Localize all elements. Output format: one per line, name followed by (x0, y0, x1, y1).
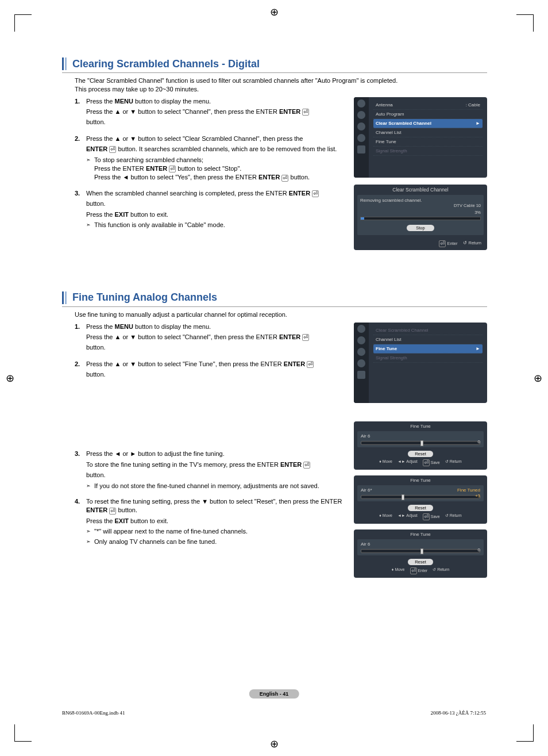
section-title: Clearing Scrambled Channels - Digital (72, 58, 260, 70)
section-heading: Fine Tuning Analog Channels (62, 291, 487, 307)
hint: ⏎ Save (423, 513, 440, 520)
crop-mark (516, 14, 534, 32)
menu-item-selected: Fine Tune► (373, 344, 483, 354)
registration-mark-icon: ⊕ (270, 6, 279, 18)
step-text: Press the ▲ or ▼ button to select "Fine … (86, 360, 345, 381)
slider (361, 549, 480, 553)
panel-title: Fine Tune (354, 529, 487, 539)
fine-tune-panel: Fine Tune Air 6*Fine Tuned +3 Reset ♦ Mo… (354, 475, 487, 524)
chevron-right-icon: ► (476, 346, 480, 351)
menu-icon (357, 122, 365, 131)
step-text: To reset the fine tuning setting, press … (86, 497, 345, 547)
step-text: Press the ◄ or ► button to adjust the fi… (86, 450, 345, 492)
crop-mark (516, 724, 534, 742)
hint: ⏎ Enter (410, 567, 428, 574)
menu-item: Channel List (373, 335, 483, 344)
note-text: This function is only available in "Cabl… (86, 221, 345, 229)
dialog-message: Removing scrambled channel. (360, 198, 481, 203)
enter-icon: ⏎ (302, 334, 309, 341)
menu-icon (357, 134, 365, 142)
section-title: Fine Tuning Analog Channels (72, 291, 217, 304)
enter-icon: ⏎ (109, 146, 116, 153)
intro-text: The "Clear Scrambled Channel" function i… (75, 76, 487, 94)
menu-item: Antenna: Cable (373, 101, 483, 110)
panel-title: Fine Tune (354, 475, 487, 485)
registration-mark-icon: ⊕ (270, 738, 279, 750)
enter-icon: ⏎ (169, 166, 176, 172)
channel-label: Air 6 (361, 542, 370, 547)
hint-enter: ⏎ Enter (439, 240, 457, 247)
enter-icon: ⏎ (302, 109, 309, 116)
menu-icon (357, 325, 365, 333)
channel-label: DTV Cable 10 (454, 203, 481, 208)
enter-icon: ⏎ (281, 175, 288, 182)
page-number-badge: English - 41 (249, 689, 299, 699)
dialog-title: Clear Scrambled Channel (354, 185, 487, 195)
value-label: 0 (478, 439, 480, 444)
hint-return: ↺ Return (463, 240, 481, 247)
menu-icon (357, 336, 365, 344)
percent-label: 3% (474, 210, 481, 215)
enter-icon: ⏎ (307, 361, 314, 368)
panel-title: Fine Tune (354, 421, 487, 431)
note-text: Only analog TV channels can be fine tune… (86, 538, 345, 546)
chevron-right-icon: ► (476, 121, 480, 126)
menu-item-disabled: Signal Strength (373, 354, 483, 363)
hint: ♦ Move (379, 513, 392, 520)
doc-timestamp: 2008-06-13 ¿ÀÈÄ 7:12:55 (431, 710, 487, 716)
hint: ◄► Adjust (398, 513, 418, 520)
reset-button: Reset (408, 451, 433, 457)
menu-icon (357, 371, 365, 379)
crop-mark (14, 724, 32, 742)
channel-label: Air 6 (361, 433, 370, 439)
tv-menu-screenshot: Channel Clear Scrambled Channel Channel … (354, 323, 487, 403)
menu-item: Channel List (373, 128, 483, 137)
stop-button: Stop (407, 225, 434, 231)
step-text: When the scrambled channel searching is … (86, 189, 345, 231)
enter-icon: ⏎ (109, 508, 116, 515)
menu-icon (357, 99, 365, 108)
slider (361, 441, 480, 445)
hint: ⏎ Save (423, 459, 440, 466)
menu-item-selected: Clear Scrambled Channel► (373, 119, 483, 128)
fine-tune-panel: Fine Tune Air 6 0 Reset ♦ Move ◄► Adjust… (354, 421, 487, 470)
hint: ↺ Return (445, 513, 462, 520)
menu-item-disabled: Signal Strength (373, 147, 483, 156)
enter-icon: ⏎ (303, 462, 310, 469)
value-label: +3 (475, 493, 480, 498)
dialog-screenshot: Clear Scrambled Channel Removing scrambl… (354, 185, 487, 250)
doc-id: BN68-01669A-00Eng.indb 41 (62, 710, 125, 716)
hint: ◄► Adjust (398, 459, 418, 466)
menu-icon (357, 111, 365, 119)
progress-bar (360, 217, 481, 220)
channel-label: Air 6* (361, 488, 372, 493)
hint: ↺ Return (433, 567, 449, 574)
menu-icon (357, 145, 365, 153)
slider (361, 495, 480, 499)
note-text: "*" will appear next to the name of fine… (86, 527, 345, 536)
hint: ♦ Move (392, 567, 405, 574)
value-label: 0 (478, 547, 480, 552)
crop-mark (14, 14, 32, 32)
enter-icon: ⏎ (312, 190, 319, 197)
menu-item: Auto Program (373, 110, 483, 119)
section-heading: Clearing Scrambled Channels - Digital (62, 57, 487, 73)
menu-icon (357, 359, 365, 367)
menu-item: Fine Tune (373, 137, 483, 147)
note-text: To stop searching scrambled channels; Pr… (86, 156, 345, 182)
step-text: Press the MENU button to display the men… (86, 97, 345, 129)
tv-menu-screenshot: Channel Antenna: Cable Auto Program Clea… (354, 97, 487, 178)
step-text: Press the ▲ or ▼ button to select "Clear… (86, 135, 345, 183)
registration-mark-icon: ⊕ (534, 372, 542, 385)
intro-text: Use fine tuning to manually adjust a par… (75, 310, 487, 319)
menu-item: Clear Scrambled Channel (373, 326, 483, 335)
hint: ↺ Return (445, 459, 462, 466)
menu-icon (357, 348, 365, 356)
registration-mark-icon: ⊕ (6, 372, 14, 385)
reset-button: Reset (408, 505, 433, 511)
note-text: If you do not store the fine-tuned chann… (86, 482, 345, 490)
step-text: Press the MENU button to display the men… (86, 323, 345, 354)
reset-button: Reset (408, 559, 433, 565)
fine-tune-panel: Fine Tune Air 6 0 Reset ♦ Move ⏎ Enter ↺… (354, 529, 487, 578)
status-label: Fine Tuned (457, 488, 480, 493)
